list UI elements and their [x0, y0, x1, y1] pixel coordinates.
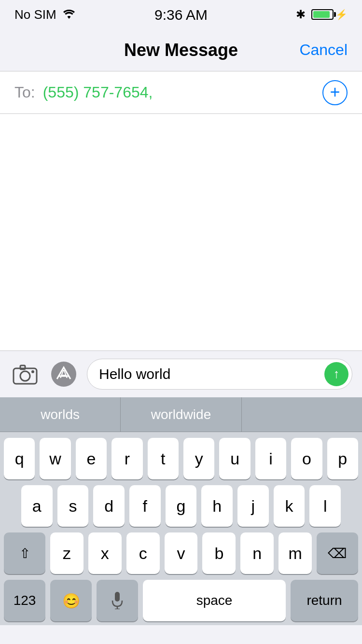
appstore-icon: A — [50, 361, 77, 388]
cancel-button[interactable]: Cancel — [299, 41, 348, 59]
key-u[interactable]: u — [219, 438, 250, 479]
camera-icon — [13, 364, 38, 385]
key-d[interactable]: d — [93, 485, 125, 527]
key-s[interactable]: s — [57, 485, 89, 527]
status-right-icons: ✱ ⚡ — [296, 8, 348, 21]
send-arrow-icon: ↑ — [334, 366, 340, 381]
key-b[interactable]: b — [202, 532, 236, 574]
to-field: To: (555) 757-7654, + — [0, 71, 362, 114]
input-row: A ↑ — [0, 350, 362, 397]
key-r[interactable]: r — [111, 438, 142, 479]
to-label: To: — [14, 84, 35, 101]
camera-button[interactable] — [10, 359, 41, 390]
plus-icon: + — [330, 84, 340, 101]
battery-icon — [311, 9, 334, 20]
key-y[interactable]: y — [183, 438, 214, 479]
keyboard-row-1: q w e r t y u i o p — [4, 438, 358, 479]
return-key[interactable]: return — [291, 580, 358, 621]
key-c[interactable]: c — [126, 532, 160, 574]
key-t[interactable]: t — [148, 438, 179, 479]
status-time: 9:36 AM — [154, 7, 208, 23]
key-z[interactable]: z — [50, 532, 84, 574]
key-f[interactable]: f — [129, 485, 161, 527]
autocomplete-item-2[interactable] — [242, 397, 362, 432]
mic-icon — [111, 592, 123, 609]
message-input-container: ↑ — [87, 359, 352, 390]
wifi-icon — [62, 7, 76, 22]
key-p[interactable]: p — [327, 438, 358, 479]
shift-key[interactable]: ⇧ — [4, 532, 45, 574]
bluetooth-icon: ✱ — [296, 8, 306, 21]
key-v[interactable]: v — [165, 532, 198, 574]
key-l[interactable]: l — [309, 485, 341, 527]
keyboard-row-3: ⇧ z x c v b n m ⌫ — [4, 532, 358, 574]
svg-rect-2 — [20, 365, 25, 369]
nav-bar: New Message Cancel — [0, 29, 362, 71]
appstore-button[interactable]: A — [48, 359, 79, 390]
key-g[interactable]: g — [166, 485, 197, 527]
mic-key[interactable] — [97, 580, 138, 621]
key-h[interactable]: h — [201, 485, 233, 527]
no-sim-text: No SIM — [14, 7, 56, 22]
key-m[interactable]: m — [278, 532, 312, 574]
key-x[interactable]: x — [88, 532, 122, 574]
key-o[interactable]: o — [291, 438, 322, 479]
key-w[interactable]: w — [40, 438, 70, 479]
lightning-icon: ⚡ — [335, 9, 348, 20]
autocomplete-bar: worlds worldwide — [0, 397, 362, 432]
delete-key[interactable]: ⌫ — [317, 532, 358, 574]
battery-fill — [313, 11, 330, 18]
message-area[interactable] — [0, 114, 362, 350]
key-j[interactable]: j — [237, 485, 269, 527]
recipient-number[interactable]: (555) 757-7654, — [43, 84, 322, 101]
autocomplete-item-1[interactable]: worldwide — [121, 397, 241, 432]
key-q[interactable]: q — [4, 438, 35, 479]
status-bar: No SIM 9:36 AM ✱ ⚡ — [0, 0, 362, 29]
message-input[interactable] — [87, 359, 352, 390]
autocomplete-item-0[interactable]: worlds — [0, 397, 121, 432]
status-carrier: No SIM — [14, 7, 76, 22]
emoji-key[interactable]: 😊 — [50, 580, 92, 621]
svg-point-1 — [20, 371, 30, 381]
space-key[interactable]: space — [143, 580, 286, 621]
key-i[interactable]: i — [255, 438, 286, 479]
svg-point-3 — [31, 370, 34, 373]
battery-container: ⚡ — [311, 9, 348, 20]
nav-title: New Message — [124, 40, 238, 60]
keyboard: q w e r t y u i o p a s d f g h j k l ⇧ … — [0, 432, 362, 625]
key-e[interactable]: e — [76, 438, 107, 479]
svg-text:A: A — [60, 367, 68, 380]
key-k[interactable]: k — [274, 485, 305, 527]
key-a[interactable]: a — [21, 485, 53, 527]
keyboard-row-4: 123 😊 space return — [4, 580, 358, 621]
numbers-key[interactable]: 123 — [4, 580, 45, 621]
svg-rect-7 — [115, 592, 120, 602]
keyboard-row-2: a s d f g h j k l — [4, 485, 358, 527]
send-button[interactable]: ↑ — [324, 362, 348, 386]
add-contact-button[interactable]: + — [322, 80, 348, 105]
key-n[interactable]: n — [240, 532, 274, 574]
